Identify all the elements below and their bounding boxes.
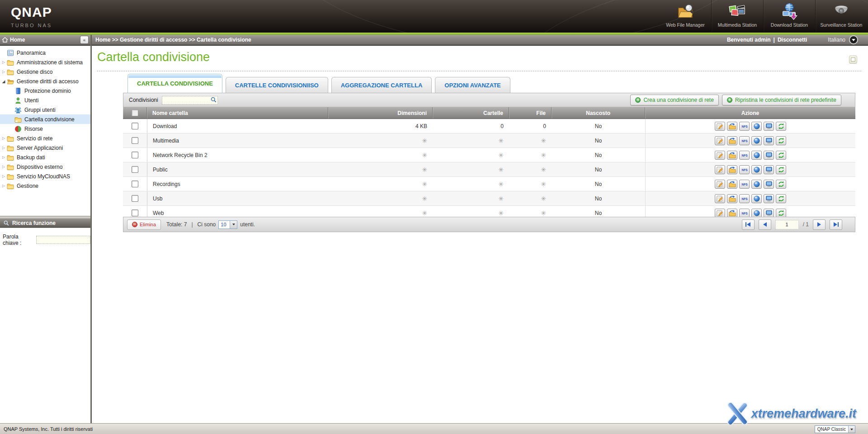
- refresh-action-button[interactable]: [776, 136, 786, 145]
- row-checkbox[interactable]: [132, 181, 138, 187]
- row-checkbox[interactable]: [132, 123, 138, 129]
- refresh-action-button[interactable]: [776, 122, 786, 131]
- sidebar-item-protezione-dominio[interactable]: Protezione dominio: [0, 86, 90, 95]
- station-surveillance-station[interactable]: Surveillance Station: [815, 0, 867, 32]
- nfs-action-button[interactable]: [739, 209, 750, 218]
- nfs-action-button[interactable]: [739, 165, 750, 174]
- crea-una-condivisione-di-rete-button[interactable]: Crea una condivisione di rete: [630, 95, 718, 105]
- nfs-action-button[interactable]: [739, 122, 750, 131]
- skin-selector[interactable]: QNAP Classic: [815, 425, 855, 433]
- share-action-button[interactable]: [727, 194, 737, 203]
- refresh-action-button[interactable]: [776, 165, 786, 174]
- refresh-action-button[interactable]: [776, 194, 786, 203]
- sidebar-item-gestione[interactable]: ▷ Gestione: [0, 181, 90, 191]
- tab-opzioni-avanzate[interactable]: OPZIONI AVANZATE: [435, 77, 510, 93]
- prev-page-button[interactable]: [759, 219, 771, 230]
- expander-icon[interactable]: ▷: [1, 165, 6, 169]
- globe-action-button[interactable]: [751, 122, 762, 131]
- nfs-action-button[interactable]: [739, 151, 750, 160]
- globe-action-button[interactable]: [751, 165, 762, 174]
- column-header-files[interactable]: File: [509, 107, 552, 119]
- monitor-action-button[interactable]: [764, 122, 774, 131]
- column-header-folders[interactable]: Cartelle: [433, 107, 509, 119]
- edit-action-button[interactable]: [715, 122, 725, 131]
- help-icon[interactable]: [849, 56, 857, 63]
- sidebar-item-servizio-di-rete[interactable]: ▷ Servizio di rete: [0, 134, 90, 143]
- share-action-button[interactable]: [727, 165, 737, 174]
- tab-aggregazione-cartella[interactable]: AGGREGAZIONE CARTELLA: [331, 77, 432, 93]
- edit-action-button[interactable]: [715, 180, 725, 189]
- monitor-action-button[interactable]: [764, 194, 774, 203]
- sidebar-item-panoramica[interactable]: Panoramica: [0, 48, 90, 57]
- row-checkbox[interactable]: [132, 166, 138, 173]
- globe-action-button[interactable]: [751, 136, 762, 145]
- station-download-station[interactable]: Download Station: [763, 0, 815, 32]
- column-header-size[interactable]: Dimensioni: [328, 107, 433, 119]
- sidebar-item-gestione-disco[interactable]: ▷ Gestione disco: [0, 67, 90, 76]
- row-checkbox[interactable]: [132, 210, 138, 216]
- share-action-button[interactable]: [727, 151, 737, 160]
- station-multimedia-station[interactable]: Multimedia Station: [711, 0, 763, 32]
- row-checkbox[interactable]: [132, 195, 138, 202]
- column-header-hidden[interactable]: Nascosto: [552, 107, 645, 119]
- column-header-name[interactable]: Nome cartella: [147, 107, 328, 119]
- station-web-file-manager[interactable]: Web File Manager: [660, 0, 711, 32]
- globe-action-button[interactable]: [751, 209, 762, 218]
- expander-icon[interactable]: ▷: [1, 155, 6, 159]
- share-search-input[interactable]: [162, 96, 218, 105]
- sidebar-item-gestione-diritti-di-accesso[interactable]: ◢ Gestione diritti di accesso: [0, 76, 90, 86]
- tab-cartelle-condivisioniiso[interactable]: CARTELLE CONDIVISIONIISO: [226, 77, 328, 93]
- sidebar-item-cartella-condivisione[interactable]: Cartella condivisione: [0, 114, 90, 124]
- logout-link[interactable]: Disconnetti: [778, 37, 807, 43]
- edit-action-button[interactable]: [715, 165, 725, 174]
- language-dropdown-icon[interactable]: [849, 35, 858, 44]
- expander-icon[interactable]: ▷: [1, 60, 6, 64]
- monitor-action-button[interactable]: [764, 151, 774, 160]
- nfs-action-button[interactable]: [739, 194, 750, 203]
- sidebar-item-dispositivo-esterno[interactable]: ▷ Dispositivo esterno: [0, 162, 90, 172]
- monitor-action-button[interactable]: [764, 165, 774, 174]
- globe-action-button[interactable]: [751, 180, 762, 189]
- globe-action-button[interactable]: [751, 151, 762, 160]
- expander-icon[interactable]: ◢: [1, 79, 6, 84]
- monitor-action-button[interactable]: [764, 136, 774, 145]
- row-checkbox[interactable]: [132, 152, 138, 158]
- refresh-action-button[interactable]: [776, 209, 786, 218]
- nfs-action-button[interactable]: [739, 136, 750, 145]
- share-action-button[interactable]: [727, 122, 737, 131]
- last-page-button[interactable]: [830, 219, 842, 230]
- sidebar-item-servizio-mycloudnas[interactable]: ▷ Servizio MyCloudNAS: [0, 172, 90, 181]
- monitor-action-button[interactable]: [764, 180, 774, 189]
- expander-icon[interactable]: ▷: [1, 136, 6, 140]
- edit-action-button[interactable]: [715, 136, 725, 145]
- sidebar-item-utenti[interactable]: Utenti: [0, 95, 90, 105]
- row-checkbox[interactable]: [132, 137, 138, 144]
- next-page-button[interactable]: [813, 219, 826, 230]
- share-action-button[interactable]: [727, 180, 737, 189]
- page-number-input[interactable]: [775, 220, 799, 229]
- sidebar-item-server-applicazioni[interactable]: ▷ Server Applicazioni: [0, 143, 90, 153]
- tab-cartella-condivisione[interactable]: CARTELLA CONDIVISIONE: [127, 74, 222, 93]
- share-action-button[interactable]: [727, 209, 737, 218]
- expander-icon[interactable]: ▷: [1, 146, 6, 150]
- globe-action-button[interactable]: [751, 194, 762, 203]
- sidebar-collapse-button[interactable]: «: [80, 36, 89, 44]
- expander-icon[interactable]: ▷: [1, 70, 6, 74]
- first-page-button[interactable]: [742, 219, 755, 230]
- ripristina-le-condivisioni-di-rete-predefinite-button[interactable]: Ripristina le condivisioni di rete prede…: [722, 95, 841, 105]
- monitor-action-button[interactable]: [764, 209, 774, 218]
- keyword-input[interactable]: [36, 236, 90, 244]
- refresh-action-button[interactable]: [776, 151, 786, 160]
- share-action-button[interactable]: [727, 136, 737, 145]
- search-icon[interactable]: [211, 97, 217, 103]
- expander-icon[interactable]: ▷: [1, 174, 6, 178]
- edit-action-button[interactable]: [715, 209, 725, 218]
- select-all-checkbox[interactable]: [132, 110, 138, 116]
- sidebar-item-backup-dati[interactable]: ▷ Backup dati: [0, 153, 90, 162]
- edit-action-button[interactable]: [715, 194, 725, 203]
- nfs-action-button[interactable]: [739, 180, 750, 189]
- expander-icon[interactable]: ▷: [1, 184, 6, 188]
- page-size-select[interactable]: 10: [218, 220, 237, 229]
- edit-action-button[interactable]: [715, 151, 725, 160]
- column-header-action[interactable]: Azione: [645, 107, 855, 119]
